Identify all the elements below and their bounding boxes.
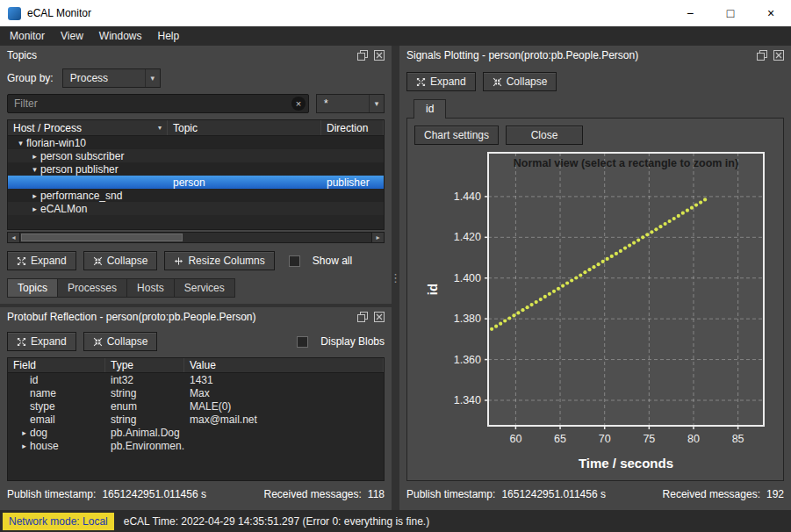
topic-tree-row[interactable]: personpublisher <box>8 176 384 189</box>
collapse-button[interactable]: Collapse <box>483 72 557 91</box>
cell-direction <box>321 149 384 162</box>
scroll-left-icon[interactable]: ◂ <box>8 233 20 242</box>
group-by-select[interactable]: Process ▾ <box>62 68 161 88</box>
ecal-time-text: eCAL Time: 2022-04-29 14:35:51.297 (Erro… <box>124 515 429 528</box>
signals-tab-content: Chart settings Close 6065707580851.3401.… <box>406 118 784 481</box>
close-panel-icon[interactable] <box>773 50 784 61</box>
field-name: house <box>30 440 59 452</box>
signals-button-row: Expand Collapse <box>406 72 784 91</box>
topics-panel-body: Group by: Process ▾ × * ▾ <box>0 65 392 304</box>
panel-splitter[interactable]: ⋮ <box>392 46 399 510</box>
network-mode-badge[interactable]: Network mode: Local <box>3 513 114 530</box>
protobuf-row[interactable]: ▸dogpb.Animal.Dog <box>8 426 384 439</box>
column-header-host-process[interactable]: Host / Process ▾ <box>8 120 168 135</box>
tab-id[interactable]: id <box>413 99 446 119</box>
tab-services[interactable]: Services <box>175 278 235 298</box>
collapse-button[interactable]: Collapse <box>83 251 158 270</box>
protobuf-row[interactable]: ▸housepb.Environmen... <box>8 439 384 452</box>
button-label: Collapse <box>507 75 548 88</box>
menu-item-help[interactable]: Help <box>150 27 188 45</box>
topic-tree-row[interactable]: ▸performance_snd <box>8 189 384 202</box>
expand-button[interactable]: Expand <box>406 72 476 91</box>
protobuf-row[interactable]: emailstringmax@mail.net <box>8 413 384 426</box>
protobuf-row[interactable]: namestringMax <box>8 386 384 399</box>
window-title: eCAL Monitor <box>27 7 91 19</box>
column-header-type-label: Type <box>111 359 133 371</box>
expand-icon <box>17 256 26 266</box>
scrollbar-thumb[interactable] <box>21 234 183 241</box>
column-header-field[interactable]: Field <box>8 358 105 372</box>
expand-button[interactable]: Expand <box>7 332 76 351</box>
menu-item-view[interactable]: View <box>53 27 91 45</box>
svg-text:65: 65 <box>554 433 566 445</box>
close-panel-icon[interactable] <box>373 50 385 61</box>
tree-collapsed-icon[interactable]: ▸ <box>29 191 40 200</box>
collapse-button[interactable]: Collapse <box>83 332 158 351</box>
topic-tree-row[interactable]: ▸eCALMon <box>8 202 384 215</box>
tab-hosts[interactable]: Hosts <box>127 278 175 298</box>
signals-panel-title: Signals Plotting - person(proto:pb.Peopl… <box>406 49 638 61</box>
tree-collapsed-icon[interactable]: ▸ <box>29 152 40 161</box>
column-header-value[interactable]: Value <box>184 358 384 372</box>
minimize-button[interactable]: − <box>670 0 710 26</box>
display-blobs-label: Display Blobs <box>320 335 385 348</box>
column-header-type[interactable]: Type <box>105 358 184 372</box>
show-all-checkbox[interactable] <box>289 255 300 267</box>
scroll-right-icon[interactable]: ▸ <box>371 233 384 242</box>
cell-direction <box>321 189 384 202</box>
close-button[interactable]: × <box>751 0 791 26</box>
tab-processes[interactable]: Processes <box>58 278 127 298</box>
horizontal-scrollbar[interactable]: ◂ ▸ <box>7 232 385 243</box>
signals-chart[interactable]: 6065707580851.3401.3601.3801.4001.4201.4… <box>414 149 776 473</box>
menu-item-windows[interactable]: Windows <box>91 27 150 45</box>
tree-expanded-icon[interactable]: ▾ <box>29 165 40 174</box>
topic-tree-row[interactable]: ▸person subscriber <box>8 149 384 162</box>
cell-type: pb.Animal.Dog <box>105 426 184 439</box>
button-label: Collapse <box>107 255 148 267</box>
protobuf-row[interactable]: idint321431 <box>8 373 384 386</box>
resize-columns-icon <box>174 256 183 266</box>
tree-collapsed-icon[interactable]: ▸ <box>18 428 30 437</box>
scrollbar-track[interactable] <box>20 233 371 242</box>
cell-topic <box>168 149 321 162</box>
topic-tree-row[interactable]: ▾florian-win10 <box>8 136 384 149</box>
group-by-label: Group by: <box>7 72 54 84</box>
column-header-topic[interactable]: Topic <box>168 120 321 135</box>
tree-collapsed-icon[interactable]: ▸ <box>18 442 30 450</box>
field-name: dog <box>30 427 47 439</box>
column-header-direction[interactable]: Direction <box>321 120 384 135</box>
chart-settings-button[interactable]: Chart settings <box>414 126 499 145</box>
close-panel-icon[interactable] <box>373 312 385 323</box>
protobuf-table-body: idint321431namestringMaxstypeenumMALE(0)… <box>8 373 384 452</box>
protobuf-row[interactable]: stypeenumMALE(0) <box>8 399 384 413</box>
svg-text:85: 85 <box>732 433 744 445</box>
tab-topics[interactable]: Topics <box>7 278 58 298</box>
filter-input[interactable] <box>7 94 309 113</box>
svg-text:1.440: 1.440 <box>454 191 481 203</box>
field-name: name <box>30 387 56 399</box>
cell-field: email <box>8 413 105 426</box>
tree-expanded-icon[interactable]: ▾ <box>15 139 26 147</box>
resize-columns-button[interactable]: Resize Columns <box>164 251 274 270</box>
button-label: Expand <box>31 255 67 267</box>
topic-tree-row[interactable]: ▾person publisher <box>8 162 384 176</box>
svg-text:1.360: 1.360 <box>454 354 481 366</box>
host-process-label: eCALMon <box>40 203 87 215</box>
tree-collapsed-icon[interactable]: ▸ <box>29 205 40 213</box>
expand-button[interactable]: Expand <box>7 251 76 270</box>
float-panel-icon[interactable] <box>756 50 767 61</box>
button-label: Resize Columns <box>188 255 264 267</box>
float-panel-icon[interactable] <box>356 50 368 61</box>
menu-item-monitor[interactable]: Monitor <box>2 27 53 45</box>
float-panel-icon[interactable] <box>356 312 368 323</box>
maximize-button[interactable]: □ <box>710 0 751 26</box>
display-blobs-checkbox[interactable] <box>297 336 308 348</box>
cell-host-process <box>8 176 168 189</box>
close-chart-button[interactable]: Close <box>506 126 583 145</box>
clear-filter-icon[interactable]: × <box>291 97 306 111</box>
cell-host-process: ▾florian-win10 <box>8 136 168 149</box>
filter-scope-select[interactable]: * ▾ <box>316 94 385 113</box>
topic-tree-body: ▾florian-win10▸person subscriber▾person … <box>8 136 384 229</box>
cell-field: name <box>8 386 105 399</box>
protobuf-panel-header: Protobuf Reflection - person(proto:pb.Pe… <box>0 307 392 327</box>
